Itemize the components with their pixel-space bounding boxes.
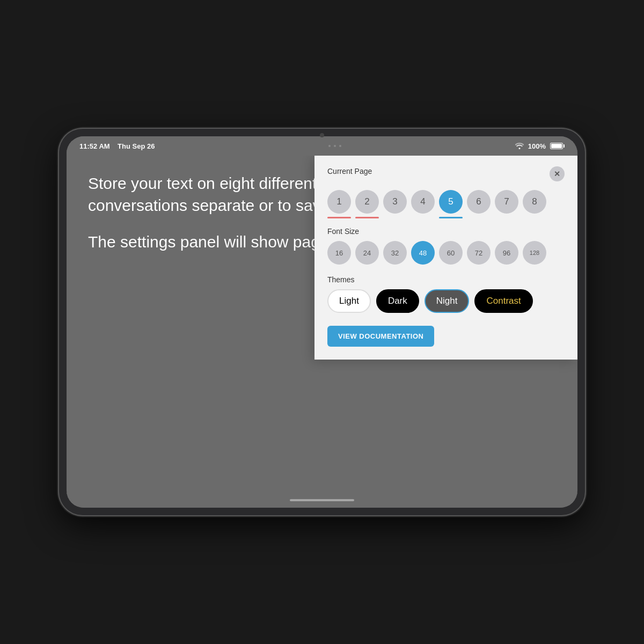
bottom-bar — [67, 493, 577, 508]
font-btn-16[interactable]: 16 — [327, 241, 351, 265]
device-screen: 11:52 AM Thu Sep 26 100% — [67, 136, 577, 508]
underline-2 — [355, 217, 379, 218]
page-underlines-row — [327, 217, 565, 218]
time: 11:52 AM — [79, 142, 110, 150]
font-btn-60[interactable]: 60 — [439, 241, 463, 265]
underline-1 — [327, 217, 351, 218]
page-circles-row: 1 2 3 4 5 6 7 8 — [327, 190, 565, 214]
font-btn-128[interactable]: 128 — [523, 241, 546, 265]
theme-light-button[interactable]: Light — [327, 289, 371, 313]
underline-4 — [411, 217, 435, 218]
page-btn-3[interactable]: 3 — [383, 190, 407, 214]
font-size-label: Font Size — [327, 227, 565, 236]
device-frame: 11:52 AM Thu Sep 26 100% — [59, 129, 585, 515]
underline-3 — [383, 217, 407, 218]
underline-6 — [467, 217, 491, 218]
page-btn-7[interactable]: 7 — [495, 190, 518, 214]
home-indicator — [290, 499, 354, 501]
font-btn-32[interactable]: 32 — [383, 241, 407, 265]
status-right: 100% — [515, 142, 565, 150]
underline-5 — [439, 217, 463, 218]
font-btn-24[interactable]: 24 — [355, 241, 379, 265]
font-btn-48[interactable]: 48 — [411, 241, 435, 265]
theme-dark-button[interactable]: Dark — [376, 289, 419, 313]
page-btn-6[interactable]: 6 — [467, 190, 491, 214]
theme-contrast-button[interactable]: Contrast — [474, 289, 532, 313]
status-time-date: 11:52 AM Thu Sep 26 — [79, 142, 155, 150]
theme-night-button[interactable]: Night — [425, 289, 470, 313]
wifi-icon — [515, 143, 524, 149]
underline-8 — [523, 217, 546, 218]
page-btn-8[interactable]: 8 — [523, 190, 546, 214]
view-documentation-button[interactable]: VIEW DOCUMENTATION — [327, 326, 434, 347]
font-btn-96[interactable]: 96 — [495, 241, 518, 265]
battery-percent: 100% — [528, 142, 546, 150]
date: Thu Sep 26 — [118, 142, 155, 150]
page-btn-4[interactable]: 4 — [411, 190, 435, 214]
status-dots — [328, 145, 341, 147]
camera-dot — [320, 133, 324, 137]
dot2 — [334, 145, 336, 147]
dot3 — [339, 145, 341, 147]
page-btn-1[interactable]: 1 — [327, 190, 351, 214]
battery-icon — [550, 143, 565, 149]
close-button[interactable]: ✕ — [550, 166, 565, 181]
font-size-circles-row: 16 24 32 48 60 72 96 128 — [327, 241, 565, 265]
panel-header: Current Page ✕ — [327, 166, 565, 181]
dot1 — [328, 145, 331, 147]
page-btn-5[interactable]: 5 — [439, 190, 463, 214]
current-page-label: Current Page — [327, 167, 372, 175]
themes-label: Themes — [327, 275, 565, 284]
page-btn-2[interactable]: 2 — [355, 190, 379, 214]
underline-7 — [495, 217, 518, 218]
font-btn-72[interactable]: 72 — [467, 241, 491, 265]
settings-panel: Current Page ✕ 1 2 3 4 5 6 7 8 — [314, 156, 577, 360]
status-bar: 11:52 AM Thu Sep 26 100% — [67, 136, 577, 156]
themes-row: Light Dark Night Contrast — [327, 289, 565, 313]
content-area: Store your text on eight different pages… — [67, 156, 577, 493]
